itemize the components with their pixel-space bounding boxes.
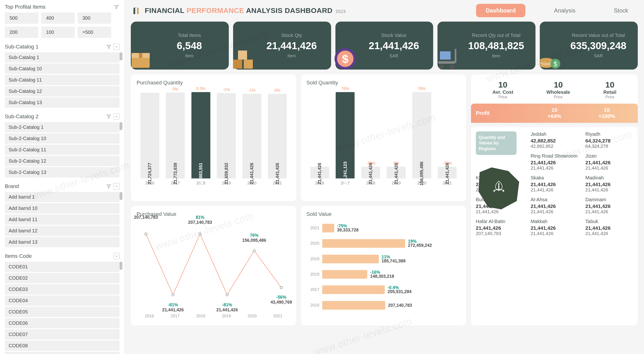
hbar-year: 2018 (306, 272, 319, 277)
dollar-icon: $ (332, 46, 358, 72)
list-item[interactable]: CODE05 (5, 307, 120, 317)
list-item[interactable]: Sub-2-Catalog 10 (5, 133, 120, 144)
chart-title: Purchased Value (136, 211, 290, 217)
bar-value: 21,441,426 (394, 163, 399, 184)
hbar-track: 19%272,459,242 (322, 238, 460, 249)
list-item[interactable]: Sub-2-Catalog 1 (5, 122, 120, 132)
filter-pill[interactable]: 300 (78, 13, 111, 24)
list-item[interactable]: Sub-Catalog 11 (5, 75, 120, 85)
page-title: FINANCIAL PERFORMANCE ANALYSIS DASHBOARD… (145, 7, 346, 15)
list-item[interactable]: CODE01 (5, 262, 120, 272)
list-item[interactable]: CODE09 (5, 352, 120, 354)
list-item[interactable]: Sub-Catalog 12 (5, 86, 120, 96)
scrollbar-thumb[interactable] (120, 52, 122, 60)
list-item[interactable]: CODE08 (5, 340, 120, 351)
filter-subcat2: Sub-Catalog 2 Sub-2-Catalog 1Sub-2-Catal… (5, 113, 120, 178)
funnel-icon[interactable] (106, 183, 112, 190)
bar-value: 21,441,426 (445, 163, 450, 184)
funnel-icon[interactable] (106, 44, 112, 50)
svg-point-19 (145, 233, 147, 235)
bar: 21,441,426 (242, 94, 262, 179)
x-tick: 2020 (248, 314, 256, 318)
x-tick: 2018 (196, 314, 205, 318)
kpi-value: 108,481,825 (468, 40, 524, 52)
region-name: Madinah (585, 175, 633, 181)
bar-column: -76% 21,441,426 2018 (359, 161, 382, 186)
list-item[interactable]: Add barnd 10 (5, 203, 120, 214)
region-name: Skaka (531, 175, 578, 181)
list-item[interactable]: CODE07 (5, 329, 120, 340)
list-item[interactable]: Sub-Catalog 13 (5, 97, 120, 108)
bar-column: 0% 21,441,426 2021 (266, 88, 290, 186)
chart-title: Sold Value (306, 211, 460, 217)
list-item[interactable]: CODE06 (5, 318, 120, 328)
price-cell: 10 Avr. Cost Price (492, 80, 513, 99)
bar-value: 21,441,426 (317, 163, 322, 184)
funnel-icon[interactable] (106, 113, 112, 120)
list-item[interactable]: CODE02 (5, 273, 120, 283)
chevron-down-icon[interactable] (113, 183, 120, 190)
svg-point-24 (280, 286, 282, 289)
list-item[interactable]: Add barnd 13 (5, 237, 120, 247)
x-tick: 2017 (170, 314, 180, 318)
kpi-label: Stock Value (381, 33, 406, 38)
bar-pct: 0% (274, 88, 280, 93)
price-sublabel: Price (492, 95, 513, 99)
bar: 156,095,486 (412, 92, 431, 179)
list-item[interactable]: Sub-Catalog 1 (5, 52, 120, 63)
list-item[interactable]: Add barnd 11 (5, 214, 120, 225)
x-tick: 2021 (273, 314, 282, 318)
nav-analysis[interactable]: Analysis (544, 4, 585, 17)
region-name: Dammam (585, 197, 633, 203)
filter-pill[interactable]: +500 (78, 27, 111, 38)
hbar-row: 2019 11%185,741,388 (306, 254, 460, 264)
bar-value: 21,659,832 (224, 163, 229, 184)
bar-column: 0% 21,441,426 2019 (384, 161, 408, 186)
kpi-unit: SAR (389, 54, 398, 59)
bar-column: 21,441,426 2016 (308, 161, 332, 186)
x-tick: 2019 (222, 314, 231, 318)
region-cell: Hafar Al-Batin 21,441,426 207,140,783 (476, 219, 524, 236)
list-item[interactable]: CODE03 (5, 284, 120, 294)
filter-pill[interactable]: 500 (5, 13, 38, 24)
svg-text:$: $ (554, 60, 557, 68)
region-value-1: 21,441,426 (585, 225, 633, 231)
nav-stock[interactable]: Stock (604, 4, 638, 17)
bar: 21,441,426 (438, 167, 457, 179)
purchased-value-chart: Purchased Value 207,140,783-81%21,441,42… (131, 206, 296, 326)
list-item[interactable]: Sub-2-Catalog 11 (5, 145, 120, 155)
svg-point-22 (226, 294, 228, 296)
list-item[interactable]: Add barnd 12 (5, 226, 120, 236)
svg-rect-9 (440, 51, 451, 60)
chevron-down-icon[interactable] (113, 44, 120, 50)
region-value-1: 21,441,426 (476, 225, 524, 231)
profit-row: Profit 10 +64% 10 +100% (471, 104, 638, 123)
region-cell: Tabuk 21,441,426 21,441,426 (585, 219, 633, 236)
list-item[interactable]: Sub-2-Catalog 12 (5, 156, 120, 166)
filter-pill[interactable]: 400 (41, 13, 75, 24)
scrollbar-thumb[interactable] (120, 262, 122, 270)
chevron-down-icon[interactable] (113, 113, 120, 120)
filter-pill[interactable]: 200 (5, 27, 38, 38)
scrollbar-thumb[interactable] (120, 122, 122, 130)
region-value-2: 21,441,426 (585, 187, 633, 193)
hbar-row: 2018 -16%148,303,218 (306, 269, 460, 280)
region-value-1: 21,441,426 (531, 203, 578, 209)
list-item[interactable]: Sub-Catalog 10 (5, 64, 120, 74)
list-item[interactable]: CODE04 (5, 295, 120, 306)
filter-pill[interactable]: 100 (41, 27, 75, 38)
region-cell: Makkah 21,441,426 21,441,426 (531, 219, 578, 236)
list-item[interactable]: Sub-2-Catalog 13 (5, 167, 120, 178)
region-cell: Ring Road Showroom 21,441,426 21,441,426 (531, 153, 578, 171)
hbar-label: -75%39,333,728 (337, 224, 359, 233)
nav-dashboard[interactable]: Dashboard (476, 4, 525, 17)
bar-value: 156,095,486 (419, 161, 424, 186)
svg-rect-3 (233, 60, 242, 69)
kpi-card: Recent Qty out of Total 108,481,825 Item (438, 22, 536, 70)
list-item[interactable]: Add barnd 1 (5, 192, 120, 202)
regions-card: Quantity and Values by Regions Jeddah 42… (471, 127, 638, 326)
funnel-icon[interactable] (113, 4, 120, 10)
chevron-down-icon[interactable] (113, 253, 120, 259)
scrollbar-thumb[interactable] (120, 192, 122, 200)
bar-value: 21,441,426 (368, 163, 373, 184)
